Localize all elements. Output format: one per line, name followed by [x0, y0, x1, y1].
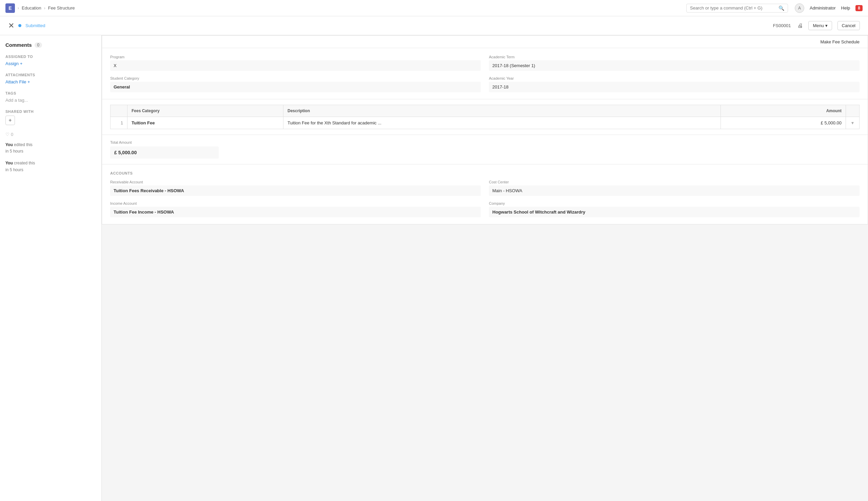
- fees-table-section: Fees Category Description Amount 1 Tuiti…: [102, 99, 868, 135]
- user-area: A Administrator Help 8: [795, 3, 862, 13]
- form-row-2: Student Category General Academic Year 2…: [110, 76, 859, 92]
- likes-count: 0: [11, 132, 13, 137]
- make-fee-schedule-link[interactable]: Make Fee Schedule: [820, 39, 859, 44]
- search-input[interactable]: [690, 6, 776, 11]
- accounts-row-2: Income Account Tuition Fee Income - HSOW…: [110, 201, 859, 217]
- add-shared-button[interactable]: +: [6, 116, 15, 125]
- program-group: Program X: [110, 55, 481, 71]
- doc-header: ✕ Submitted FS00001 🖨 Menu ▾ Cancel: [0, 16, 868, 35]
- content-area: Make Fee Schedule Program X Academic Ter…: [102, 35, 868, 501]
- breadcrumb-education[interactable]: Education: [22, 6, 41, 11]
- search-box[interactable]: 🔍: [686, 4, 788, 12]
- assigned-to-title: ASSIGNED TO: [6, 55, 96, 58]
- cost-center-group: Cost Center Main - HSOWA: [489, 180, 859, 196]
- accounts-title: ACCOUNTS: [110, 171, 859, 175]
- comments-label: Comments: [6, 42, 32, 48]
- assigned-to-section: ASSIGNED TO Assign +: [6, 55, 96, 66]
- total-section: Total Amount £ 5,000.00: [102, 135, 868, 164]
- col-index-header: [110, 105, 127, 117]
- make-fee-schedule-bar: Make Fee Schedule: [102, 35, 868, 48]
- table-row: 1 Tuition Fee Tuition Fee for the Xth St…: [110, 117, 859, 129]
- receivable-account-label: Receivable Account: [110, 180, 481, 184]
- accounts-section: ACCOUNTS Receivable Account Tuition Fees…: [102, 164, 868, 224]
- receivable-account-value: Tuition Fees Receivable - HSOWA: [110, 185, 481, 196]
- row-index: 1: [110, 117, 127, 129]
- app-icon: E: [6, 3, 15, 13]
- academic-year-group: Academic Year 2017-18: [489, 76, 859, 92]
- attach-file-link[interactable]: Attach File +: [6, 79, 30, 84]
- status-label: Submitted: [25, 23, 45, 28]
- top-nav: E › Education › Fee Structure 🔍 A Admini…: [0, 0, 868, 16]
- student-category-label: Student Category: [110, 76, 481, 80]
- col-action-header: [846, 105, 859, 117]
- company-value: Hogwarts School of Witchcraft and Wizard…: [489, 207, 859, 217]
- content-card: Make Fee Schedule Program X Academic Ter…: [102, 35, 868, 224]
- academic-term-value: 2017-18 (Semester 1): [489, 60, 859, 71]
- status-dot: [18, 24, 21, 27]
- activity-1: You edited this in 5 hours: [6, 142, 96, 154]
- program-section: Program X Academic Term 2017-18 (Semeste…: [102, 48, 868, 99]
- likes-row: ♡ 0: [6, 132, 96, 137]
- academic-year-value: 2017-18: [489, 82, 859, 92]
- program-label: Program: [110, 55, 481, 59]
- menu-button[interactable]: Menu ▾: [808, 21, 832, 30]
- cost-center-value: Main - HSOWA: [489, 185, 859, 196]
- assign-link[interactable]: Assign +: [6, 61, 22, 66]
- tags-title: TAGS: [6, 91, 96, 95]
- admin-label[interactable]: Administrator: [810, 6, 836, 11]
- row-amount: £ 5,000.00: [720, 117, 846, 129]
- receivable-account-group: Receivable Account Tuition Fees Receivab…: [110, 180, 481, 196]
- comments-row: Comments 0: [6, 42, 96, 48]
- notification-badge[interactable]: 8: [856, 5, 862, 11]
- print-icon[interactable]: 🖨: [797, 23, 803, 29]
- student-category-group: Student Category General: [110, 76, 481, 92]
- tags-section: TAGS Add a tag...: [6, 91, 96, 103]
- income-account-label: Income Account: [110, 201, 481, 205]
- sidebar: Comments 0 ASSIGNED TO Assign + ATTACHME…: [0, 35, 102, 501]
- avatar: A: [795, 3, 804, 13]
- company-group: Company Hogwarts School of Witchcraft an…: [489, 201, 859, 217]
- breadcrumb-sep-1: ›: [18, 6, 19, 11]
- heart-icon[interactable]: ♡: [6, 132, 10, 137]
- cancel-button[interactable]: Cancel: [837, 21, 860, 30]
- main-layout: Comments 0 ASSIGNED TO Assign + ATTACHME…: [0, 35, 868, 501]
- breadcrumb-fee-structure[interactable]: Fee Structure: [48, 6, 75, 11]
- income-account-group: Income Account Tuition Fee Income - HSOW…: [110, 201, 481, 217]
- fee-table: Fees Category Description Amount 1 Tuiti…: [110, 105, 859, 129]
- search-icon: 🔍: [779, 6, 784, 11]
- academic-term-group: Academic Term 2017-18 (Semester 1): [489, 55, 859, 71]
- col-description-header: Description: [283, 105, 720, 117]
- company-label: Company: [489, 201, 859, 205]
- cost-center-label: Cost Center: [489, 180, 859, 184]
- row-dropdown[interactable]: ▼: [846, 117, 859, 129]
- add-tag-link[interactable]: Add a tag...: [6, 98, 28, 103]
- comments-count: 0: [34, 42, 42, 48]
- attachments-title: ATTACHMENTS: [6, 73, 96, 77]
- academic-term-label: Academic Term: [489, 55, 859, 59]
- row-description: Tuition Fee for the Xth Standard for aca…: [283, 117, 720, 129]
- breadcrumb-sep-2: ›: [44, 6, 45, 11]
- academic-year-label: Academic Year: [489, 76, 859, 80]
- program-value: X: [110, 60, 481, 71]
- shared-with-title: SHARED WITH: [6, 109, 96, 114]
- col-fees-category-header: Fees Category: [127, 105, 284, 117]
- total-label: Total Amount: [110, 140, 859, 145]
- total-value: £ 5,000.00: [110, 147, 219, 159]
- income-account-value: Tuition Fee Income - HSOWA: [110, 207, 481, 217]
- doc-id: FS00001: [773, 23, 791, 28]
- shared-with-section: SHARED WITH +: [6, 109, 96, 125]
- form-row-1: Program X Academic Term 2017-18 (Semeste…: [110, 55, 859, 71]
- close-button[interactable]: ✕: [8, 21, 14, 30]
- activity-2: You created this in 5 hours: [6, 160, 96, 173]
- attachments-section: ATTACHMENTS Attach File +: [6, 73, 96, 84]
- student-category-value: General: [110, 82, 481, 92]
- help-label[interactable]: Help: [841, 6, 850, 11]
- row-fees-category: Tuition Fee: [127, 117, 284, 129]
- col-amount-header: Amount: [720, 105, 846, 117]
- accounts-row-1: Receivable Account Tuition Fees Receivab…: [110, 180, 859, 196]
